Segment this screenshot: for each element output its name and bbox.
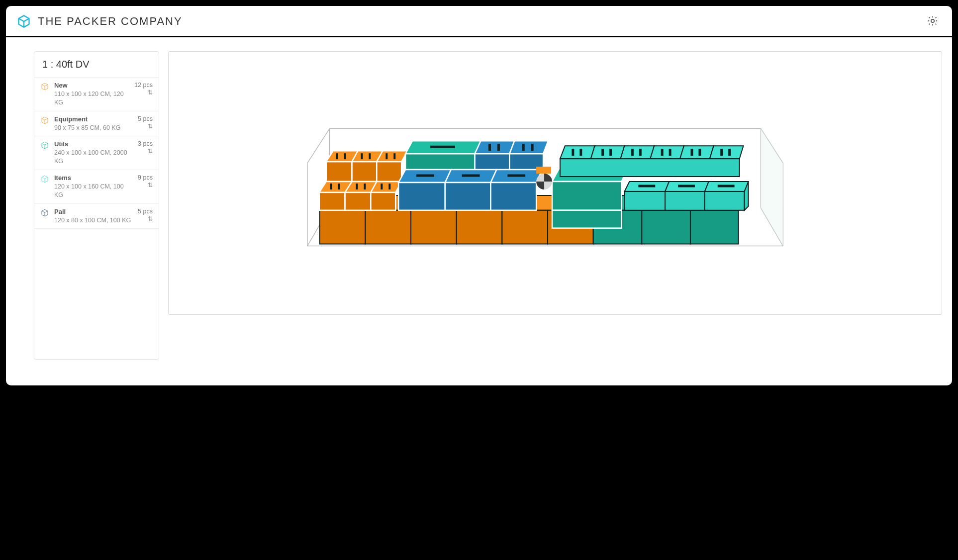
svg-rect-59 [405, 154, 475, 170]
svg-rect-32 [642, 210, 690, 244]
svg-marker-85 [621, 146, 655, 159]
svg-rect-28 [502, 210, 548, 244]
svg-marker-48 [371, 182, 401, 192]
container-3d-viewer[interactable] [168, 51, 942, 315]
svg-marker-61 [475, 141, 515, 154]
svg-marker-84 [591, 146, 625, 159]
svg-rect-107 [705, 191, 745, 210]
cargo-name: Pall [54, 208, 133, 216]
box-icon [40, 116, 49, 125]
svg-marker-36 [377, 151, 407, 162]
svg-point-2 [931, 19, 934, 22]
logo-icon [17, 14, 31, 28]
cargo-name: Utils [54, 140, 133, 149]
orange-cluster [319, 151, 407, 210]
orbit-gizmo[interactable] [536, 174, 552, 189]
svg-rect-80 [552, 182, 621, 210]
svg-rect-89 [560, 159, 740, 177]
cargo-item[interactable]: Pall120 x 80 x 100 CM, 100 KG5 pcs⇅ [34, 204, 159, 229]
svg-marker-62 [509, 141, 548, 154]
svg-rect-26 [411, 210, 457, 244]
blue-mid-row [398, 170, 542, 210]
settings-button[interactable] [924, 13, 941, 30]
cargo-count: 3 pcs [138, 140, 153, 147]
blue-top-row [475, 141, 548, 170]
svg-rect-49 [319, 192, 345, 210]
cargo-count: 5 pcs [138, 208, 153, 215]
cargo-dimensions: 90 x 75 x 85 CM, 60 KG [54, 124, 133, 132]
svg-rect-105 [624, 191, 665, 210]
cargo-name: Items [54, 174, 133, 183]
cargo-item[interactable]: New110 x 100 x 120 CM, 120 KG12 pcs⇅ [34, 78, 159, 111]
teal-long-top [405, 141, 480, 170]
gear-icon [927, 15, 939, 28]
svg-marker-87 [680, 146, 714, 159]
svg-rect-73 [445, 183, 491, 210]
svg-rect-24 [320, 210, 366, 244]
svg-rect-39 [377, 162, 401, 182]
svg-rect-74 [490, 183, 536, 210]
cargo-count: 5 pcs [138, 115, 153, 122]
orientation-icon: ⇅ [148, 182, 153, 188]
svg-rect-50 [345, 192, 371, 210]
cargo-list: New110 x 100 x 120 CM, 120 KG12 pcs⇅Equi… [34, 78, 159, 229]
box-icon [40, 208, 49, 217]
svg-rect-78 [536, 167, 551, 174]
container-title: 1 : 40ft DV [34, 52, 159, 78]
app-title: THE PACKER COMPANY [38, 15, 183, 28]
cargo-dimensions: 110 x 100 x 120 CM, 120 KG [54, 90, 129, 107]
svg-rect-81 [552, 210, 621, 228]
box-icon [40, 175, 49, 184]
svg-rect-27 [457, 210, 502, 244]
cargo-count: 9 pcs [138, 174, 153, 181]
svg-rect-33 [690, 210, 739, 244]
cargo-name: Equipment [54, 115, 133, 124]
svg-rect-106 [665, 191, 705, 210]
svg-rect-72 [398, 183, 445, 210]
box-icon [40, 141, 49, 150]
box-icon [40, 82, 49, 91]
cargo-item[interactable]: Utils240 x 100 x 100 CM, 2000 KG3 pcs⇅ [34, 136, 159, 170]
svg-rect-51 [371, 192, 395, 210]
svg-rect-38 [352, 162, 377, 182]
cargo-dimensions: 240 x 100 x 100 CM, 2000 KG [54, 149, 133, 166]
app-header: THE PACKER COMPANY [6, 6, 952, 37]
cargo-dimensions: 120 x 80 x 100 CM, 100 KG [54, 216, 133, 225]
svg-marker-88 [710, 146, 744, 159]
svg-rect-37 [326, 162, 352, 182]
cargo-sidebar: 1 : 40ft DV New110 x 100 x 120 CM, 120 K… [34, 51, 159, 360]
svg-rect-25 [365, 210, 411, 244]
svg-line-15 [307, 128, 330, 163]
main-content: 1 : 40ft DV New110 x 100 x 120 CM, 120 K… [6, 37, 952, 385]
cargo-count: 12 pcs [134, 82, 153, 89]
orientation-icon: ⇅ [148, 216, 153, 222]
cargo-dimensions: 120 x 100 x 160 CM, 100 KG [54, 183, 133, 199]
orientation-icon: ⇅ [148, 123, 153, 129]
svg-rect-63 [475, 154, 510, 170]
cargo-name: New [54, 82, 129, 90]
svg-marker-83 [560, 146, 595, 159]
cargo-item[interactable]: Items120 x 100 x 160 CM, 100 KG9 pcs⇅ [34, 170, 159, 204]
orientation-icon: ⇅ [148, 148, 153, 154]
teal-center-stack [552, 169, 627, 228]
svg-marker-22 [761, 128, 783, 246]
orientation-icon: ⇅ [148, 90, 153, 95]
header-left: THE PACKER COMPANY [17, 14, 183, 28]
cargo-item[interactable]: Equipment90 x 75 x 85 CM, 60 KG5 pcs⇅ [34, 111, 159, 137]
svg-marker-86 [650, 146, 684, 159]
